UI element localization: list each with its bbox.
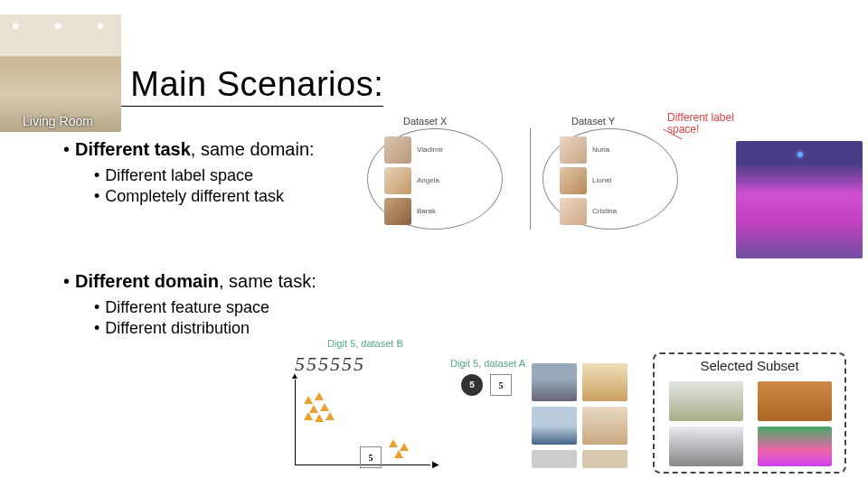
image-thumbnail [532, 450, 577, 468]
face-thumbnail [384, 198, 411, 225]
scenario-2-rest: , same task: [219, 271, 316, 291]
subset-thumbnail [758, 381, 832, 421]
scenario-1-bold: Different task [75, 139, 191, 159]
subset-thumbnail [669, 381, 743, 421]
living-room-caption: Living Room [0, 114, 121, 128]
face-thumbnail [384, 167, 411, 194]
divider-line [530, 128, 531, 230]
ceiling-light-icon [797, 152, 803, 157]
subset-thumbnail [758, 427, 832, 466]
triangle-marker-icon [304, 396, 313, 404]
image-thumbnail [532, 363, 577, 401]
triangle-marker-icon [389, 439, 398, 447]
datasets-figure: Dataset X Dataset Y Vladimir Angela Bara… [360, 116, 703, 233]
ceiling-lights-icon [0, 23, 121, 29]
triangle-marker-icon [326, 412, 335, 420]
scenario-2-sub-2: •Different distribution [94, 319, 250, 338]
scenario-1-sub-2: •Completely different task [94, 187, 284, 206]
scenario-1-heading: •Different task, same domain: [63, 139, 315, 160]
dataset-y-ellipse: Nuria Lionel Cristina [542, 128, 678, 230]
digit-b-label: Digit 5, dataset B [327, 338, 403, 349]
face-thumbnail [560, 198, 587, 225]
scenario-2-bold: Different domain [75, 271, 219, 291]
scenario-2-sub-1: •Different feature space [94, 298, 269, 317]
rendered-room-image [736, 141, 863, 258]
triangle-marker-icon [394, 450, 403, 458]
dataset-y-label: Dataset Y [571, 116, 615, 127]
image-thumbnail [582, 407, 627, 445]
face-thumbnail [560, 167, 587, 194]
triangle-marker-icon [320, 403, 329, 411]
triangle-marker-icon [315, 414, 324, 422]
different-label-space-callout: Different label space! [667, 112, 758, 136]
face-name: Cristina [592, 207, 617, 215]
image-thumbnail [582, 363, 627, 401]
face-name: Barak [417, 207, 436, 215]
triangle-marker-icon [315, 392, 324, 400]
scenario-1-sub-1: •Different label space [94, 166, 253, 185]
face-name: Lionel [592, 176, 611, 184]
face-thumbnail [384, 136, 411, 164]
selected-subset-box: Selected Subset [653, 352, 846, 474]
digit-samples: 555555 [295, 352, 365, 376]
face-thumbnail [560, 136, 587, 164]
dataset-x-ellipse: Vladimir Angela Barak [367, 128, 503, 230]
face-name: Nuria [592, 145, 609, 154]
living-room-image: Living Room [0, 14, 121, 132]
scenario-1-rest: , same domain: [191, 139, 315, 159]
subset-thumbnail [669, 427, 743, 466]
scenario-2-heading: •Different domain, same task: [63, 271, 316, 292]
digit-sample-a2: 5 [490, 374, 512, 396]
selected-subset-label: Selected Subset [655, 358, 844, 373]
face-name: Vladimir [417, 145, 443, 154]
digit-a-label: Digit 5, dataset A [450, 358, 525, 369]
digit-sample-box: 5 [360, 446, 382, 468]
face-name: Angela [417, 176, 439, 184]
digit-sample-a1: 5 [461, 374, 483, 396]
digit-figure: Digit 5, dataset B 555555 Digit 5, datas… [280, 338, 533, 483]
image-thumbnail [532, 407, 577, 445]
dataset-x-label: Dataset X [403, 116, 447, 127]
subset-figure: Selected Subset [524, 356, 852, 475]
triangle-marker-icon [304, 412, 313, 420]
image-thumbnail [582, 450, 627, 468]
